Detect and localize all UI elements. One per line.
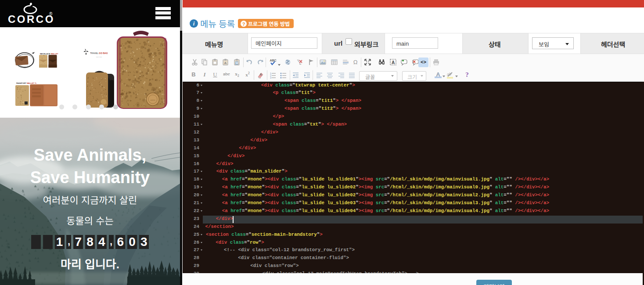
svg-text:A: A [392,60,395,65]
svg-text:s e r i e s: s e r i e s [96,56,102,58]
svg-text:PASSPORT WALLET 7t: PASSPORT WALLET 7t [16,82,37,84]
svg-text:ABC: ABC [270,59,276,62]
svg-text:TRAVEL GO BAG: TRAVEL GO BAG [90,52,108,54]
svg-text:corco: corco [150,99,155,101]
svg-text:Ω: Ω [353,59,358,65]
svg-text:A: A [259,72,262,76]
svg-text:A: A [224,61,227,65]
svg-text:3: 3 [270,76,271,79]
svg-text:W: W [235,61,238,65]
svg-text:NECKLACE WALLET: NECKLACE WALLET [40,53,58,55]
